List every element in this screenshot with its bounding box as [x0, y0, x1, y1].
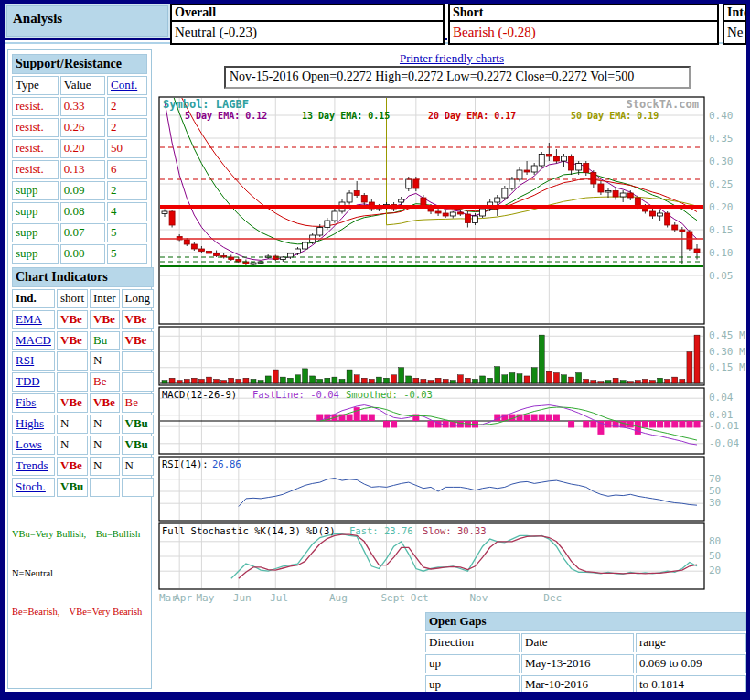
inter-value: Ne [723, 22, 746, 45]
gap-row: upMar-10-2016to 0.1814 [425, 675, 746, 693]
svg-text:20 Day EMA: 0.17: 20 Day EMA: 0.17 [428, 111, 516, 121]
svg-text:StockTA.com: StockTA.com [627, 98, 699, 111]
support-resistance-table: Support/Resistance Type Value Conf. resi… [10, 52, 149, 265]
svg-text:26.86: 26.86 [212, 458, 241, 469]
stockta-analysis-page: Analysis Overall Neutral (-0.23) Short B… [0, 0, 750, 700]
indicator-row: Stoch.VBu [12, 478, 154, 497]
col-date: Date [521, 633, 634, 652]
svg-text:Slow: 30.33: Slow: 30.33 [423, 525, 487, 536]
indicator-row: TDDBe [12, 372, 154, 392]
gap-row: upMay-13-20160.069 to 0.09 [425, 654, 746, 673]
sr-row: resist.0.262 [12, 118, 147, 137]
inter-header: Inte [723, 4, 746, 22]
short-header: Short [448, 4, 719, 22]
analysis-label: Analysis [6, 5, 168, 27]
svg-text:0.01: 0.01 [709, 409, 734, 421]
legend-bullish: VBu=Very Bullish, Bu=Bullish [12, 528, 149, 541]
svg-text:Dec: Dec [543, 592, 562, 604]
indicator-link-stoch[interactable]: Stoch. [16, 479, 46, 493]
svg-text:5 Day EMA: 0.12: 5 Day EMA: 0.12 [185, 111, 267, 121]
svg-text:Full Stochastic %K(14,3) %D(3): Full Stochastic %K(14,3) %D(3) [162, 525, 336, 536]
indicator-link-fibs[interactable]: Fibs [16, 395, 36, 409]
svg-text:0.30: 0.30 [709, 156, 734, 167]
svg-text:50: 50 [709, 550, 721, 562]
svg-text:0.45 M: 0.45 M [709, 329, 745, 341]
col-ind: Ind. [12, 289, 55, 308]
svg-text:13 Day EMA: 0.15: 13 Day EMA: 0.15 [302, 111, 390, 121]
sr-row: supp0.084 [12, 202, 147, 221]
svg-text:0.10: 0.10 [709, 247, 734, 259]
printer-friendly-link[interactable]: Printer friendly charts [400, 51, 504, 65]
svg-text:0.20: 0.20 [709, 201, 734, 213]
svg-text:50 Day EMA: 0.19: 50 Day EMA: 0.19 [571, 111, 659, 121]
svg-text:Sept: Sept [381, 592, 406, 604]
svg-text:Jun: Jun [233, 592, 252, 604]
overall-header: Overall [170, 4, 445, 22]
indicator-link-tdd[interactable]: TDD [16, 374, 40, 388]
svg-text:-0.04: -0.04 [709, 437, 739, 449]
indicator-row: FibsVBeVBeBe [12, 393, 154, 413]
svg-text:MACD(12-26-9): MACD(12-26-9) [162, 389, 237, 400]
svg-text:Oct: Oct [411, 592, 429, 604]
svg-text:Symbol: LAGBF: Symbol: LAGBF [163, 98, 249, 111]
svg-text:0.15: 0.15 [709, 224, 734, 236]
svg-text:70: 70 [709, 473, 721, 485]
indicator-row: HighsNNVBu [12, 415, 154, 434]
indicator-row: MACDVBeBuVBe [12, 331, 154, 350]
short-column: Short Bearish (-0.28) [448, 4, 719, 45]
indicator-link-trends[interactable]: Trends [16, 458, 48, 472]
col-direction: Direction [425, 633, 520, 652]
sidebar: Support/Resistance Type Value Conf. resi… [7, 49, 152, 689]
open-gaps-table: Open Gaps Direction Date range upMay-13-… [423, 610, 748, 693]
col-inter: Inter [90, 289, 120, 308]
quote-field[interactable]: Nov-15-2016 Open=0.2272 High=0.2272 Low=… [224, 66, 691, 89]
col-long: Long [122, 289, 154, 308]
open-gaps-panel: Open Gaps Direction Date range upMay-13-… [423, 610, 748, 693]
indicator-row: LowsNNVBu [12, 436, 154, 455]
overall-value: Neutral (-0.23) [170, 22, 445, 45]
svg-text:80: 80 [709, 535, 721, 547]
svg-text:0.25: 0.25 [709, 178, 734, 190]
legend-bearish: Be=Bearish, VBe=Very Bearish [12, 606, 149, 619]
col-type: Type [12, 76, 59, 95]
analysis-header: Analysis [5, 4, 170, 38]
sr-row: resist.0.2050 [12, 139, 147, 158]
sr-row: resist.0.136 [12, 160, 147, 179]
chart-indicators-title: Chart Indicators [12, 267, 154, 287]
svg-text:Fast: 23.76: Fast: 23.76 [349, 525, 413, 536]
support-resistance-title: Support/Resistance [12, 54, 147, 74]
col-range: range [636, 633, 746, 652]
stock-chart: 0.400.350.300.250.200.150.100.05Symbol: … [157, 95, 750, 608]
svg-text:0.04: 0.04 [709, 392, 734, 404]
sr-row: supp0.005 [12, 244, 147, 264]
svg-text:RSI(14):: RSI(14): [162, 458, 209, 469]
col-short: short [57, 289, 88, 308]
sr-row: supp0.092 [12, 181, 147, 200]
indicator-link-highs[interactable]: Highs [16, 416, 44, 430]
svg-text:May: May [196, 592, 214, 604]
short-value: Bearish (-0.28) [448, 22, 719, 45]
svg-text:0.35: 0.35 [709, 133, 734, 145]
svg-text:0.40: 0.40 [709, 110, 734, 122]
indicator-row: EMAVBeVBeVBe [12, 310, 154, 329]
indicator-link-macd[interactable]: MACD [16, 333, 51, 347]
conf-link[interactable]: Conf. [111, 78, 137, 92]
svg-text:0.05: 0.05 [709, 270, 734, 282]
svg-text:Aug: Aug [329, 592, 348, 604]
svg-text:-0.01: -0.01 [709, 420, 739, 432]
open-gaps-title: Open Gaps [425, 612, 746, 631]
indicator-link-rsi[interactable]: RSI [16, 353, 34, 367]
svg-text:Nov: Nov [470, 592, 488, 604]
indicator-row: TrendsVBeNN [12, 457, 154, 476]
indicator-link-lows[interactable]: Lows [16, 437, 42, 451]
indicator-row: RSIN [12, 351, 154, 371]
svg-text:50: 50 [709, 485, 721, 497]
sr-row: supp0.075 [12, 223, 147, 242]
indicator-link-ema[interactable]: EMA [16, 312, 42, 326]
overall-column: Overall Neutral (-0.23) [170, 4, 445, 45]
stock-chart-svg: 0.400.350.300.250.200.150.100.05Symbol: … [157, 95, 750, 608]
chart-indicators-table: Chart Indicators Ind. short Inter Long E… [10, 265, 155, 499]
svg-text:Apr: Apr [174, 592, 192, 604]
svg-text:30: 30 [709, 497, 721, 509]
svg-text:20: 20 [709, 565, 721, 576]
